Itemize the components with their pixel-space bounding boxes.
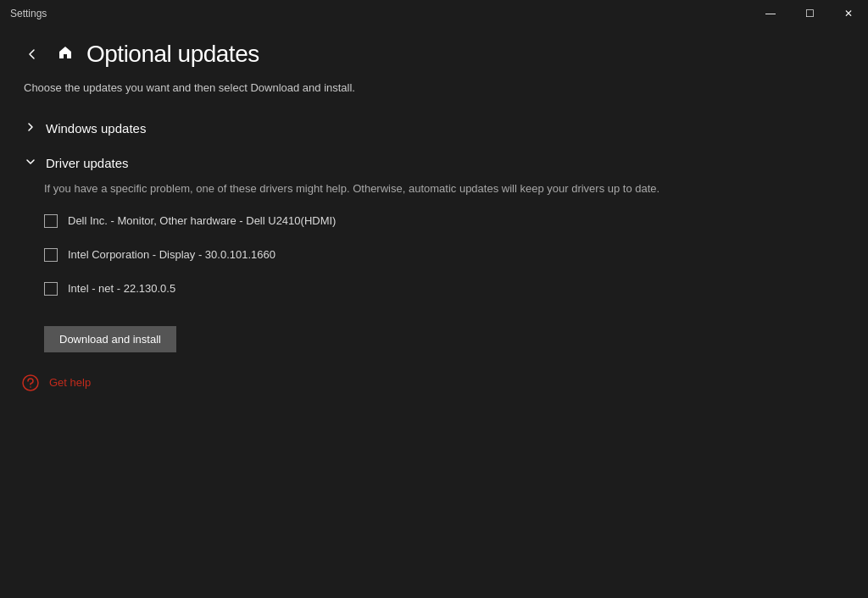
chevron-down-icon [25,157,36,167]
driver-updates-body: If you have a specific problem, one of t… [20,180,848,352]
back-button[interactable] [20,42,44,66]
driver-checkbox-1[interactable] [44,214,58,228]
driver-label-3: Intel - net - 22.130.0.5 [68,282,175,295]
driver-checkbox-3[interactable] [44,282,58,296]
windows-updates-chevron [24,122,37,135]
windows-updates-section: Windows updates [20,114,848,142]
driver-item-1: Dell Inc. - Monitor, Other hardware - De… [44,211,848,231]
home-icon[interactable] [58,45,73,64]
windows-updates-title: Windows updates [46,121,146,136]
driver-updates-section: Driver updates If you have a specific pr… [20,149,848,352]
driver-updates-title: Driver updates [46,156,129,170]
windows-updates-header[interactable]: Windows updates [20,114,848,142]
get-help-section: Get help [20,373,848,393]
maximize-button[interactable]: ☐ [790,0,829,27]
driver-label-2: Intel Corporation - Display - 30.0.101.1… [68,248,275,261]
home-svg [58,45,73,60]
driver-item-2: Intel Corporation - Display - 30.0.101.1… [44,245,848,265]
get-help-link[interactable]: Get help [49,376,91,389]
driver-checkbox-2[interactable] [44,248,58,262]
driver-item-3: Intel - net - 22.130.0.5 [44,279,848,299]
page-title: Optional updates [86,41,259,68]
back-icon [25,47,39,61]
chevron-right-icon [25,122,36,132]
close-button[interactable]: ✕ [829,0,868,27]
chat-icon [21,374,40,392]
titlebar-left: Settings [10,8,47,19]
titlebar: Settings — ☐ ✕ [0,0,868,27]
titlebar-controls: — ☐ ✕ [751,0,868,27]
download-install-button[interactable]: Download and install [44,326,176,352]
driver-updates-description: If you have a specific problem, one of t… [44,180,722,197]
minimize-button[interactable]: — [751,0,790,27]
driver-updates-chevron [24,157,37,169]
page-subtitle: Choose the updates you want and then sel… [24,81,848,94]
driver-label-1: Dell Inc. - Monitor, Other hardware - De… [68,214,336,227]
driver-updates-header[interactable]: Driver updates [20,149,848,177]
svg-point-0 [23,375,38,390]
titlebar-title: Settings [10,8,47,19]
help-icon [20,373,41,393]
main-content: Optional updates Choose the updates you … [0,27,868,413]
page-header: Optional updates [20,41,848,68]
svg-point-1 [30,386,31,388]
